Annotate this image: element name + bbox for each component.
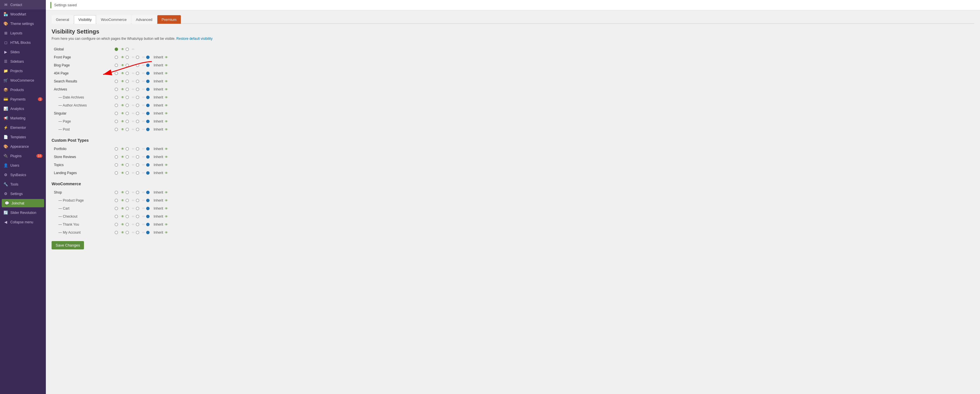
radio-show[interactable] <box>115 112 118 115</box>
sidebar-item-slider-revolution[interactable]: 🔄 Slider Revolution <box>0 208 46 217</box>
radio-show[interactable] <box>115 87 118 91</box>
radio-inherit[interactable] <box>146 155 150 159</box>
radio-opt2[interactable] <box>136 56 139 59</box>
radio-opt2[interactable] <box>136 199 139 202</box>
radio-inherit[interactable] <box>146 215 150 218</box>
radio-hide[interactable] <box>126 163 129 167</box>
sidebar-item-products[interactable]: 📦 Products <box>0 85 46 94</box>
sidebar-item-appearance[interactable]: 🎨 Appearance <box>0 142 46 151</box>
radio-inherit[interactable] <box>146 87 150 91</box>
radio-inherit[interactable] <box>146 147 150 151</box>
radio-show[interactable] <box>115 199 118 202</box>
radio-show[interactable] <box>115 155 118 159</box>
radio-hide[interactable] <box>126 95 129 99</box>
radio-inherit[interactable] <box>146 64 150 67</box>
radio-show[interactable] <box>115 71 118 75</box>
radio-show[interactable] <box>115 215 118 218</box>
radio-show[interactable] <box>115 147 118 151</box>
tab-general[interactable]: General <box>52 15 73 24</box>
radio-hide[interactable] <box>126 104 129 107</box>
radio-opt2[interactable] <box>136 120 139 123</box>
sidebar-item-woocommerce[interactable]: 🛒 WooCommerce <box>0 76 46 85</box>
sidebar-item-layouts[interactable]: ⊞ Layouts <box>0 29 46 38</box>
sidebar-item-tools[interactable]: 🔧 Tools <box>0 180 46 189</box>
radio-opt2[interactable] <box>136 163 139 167</box>
radio-show[interactable] <box>115 163 118 167</box>
sidebar-item-settings[interactable]: ⚙ Settings <box>0 189 46 199</box>
radio-inherit[interactable] <box>146 56 150 59</box>
radio-hide[interactable] <box>126 155 129 159</box>
radio-opt2[interactable] <box>136 155 139 159</box>
tab-advanced[interactable]: Advanced <box>132 15 157 24</box>
sidebar-item-templates[interactable]: 📄 Templates <box>0 132 46 142</box>
radio-opt2[interactable] <box>136 64 139 67</box>
radio-inherit[interactable] <box>146 112 150 115</box>
radio-show[interactable] <box>115 79 118 83</box>
radio-opt2[interactable] <box>136 104 139 107</box>
radio-opt2[interactable] <box>136 191 139 194</box>
sidebar-item-users[interactable]: 👤 Users <box>0 160 46 170</box>
sidebar-item-plugins[interactable]: 🔌 Plugins 14 <box>0 151 46 160</box>
radio-opt2[interactable] <box>136 112 139 115</box>
radio-hide[interactable] <box>126 223 129 226</box>
radio-inherit[interactable] <box>146 128 150 131</box>
radio-hide[interactable] <box>126 56 129 59</box>
radio-hide[interactable] <box>126 215 129 218</box>
sidebar-item-projects[interactable]: 📁 Projects <box>0 66 46 76</box>
sidebar-item-payments[interactable]: 💳 Payments 1 <box>0 94 46 104</box>
radio-opt2[interactable] <box>136 71 139 75</box>
sidebar-item-sysbasics[interactable]: ⚙ SysBasics <box>0 170 46 180</box>
radio-inherit[interactable] <box>146 223 150 226</box>
radio-hide[interactable] <box>126 171 129 175</box>
radio-opt2[interactable] <box>136 147 139 151</box>
radio-hide[interactable] <box>126 231 129 234</box>
radio-hide[interactable] <box>126 87 129 91</box>
radio-opt2[interactable] <box>136 223 139 226</box>
sidebar-item-theme-settings[interactable]: 🎨 Theme settings <box>0 19 46 29</box>
sidebar-item-html-blocks[interactable]: ◻ HTML Blocks <box>0 38 46 47</box>
radio-hide[interactable] <box>126 128 129 131</box>
sidebar-item-analytics[interactable]: 📊 Analytics <box>0 104 46 113</box>
radio-inherit[interactable] <box>146 79 150 83</box>
radio-hide[interactable] <box>126 71 129 75</box>
radio-hide[interactable] <box>126 48 129 51</box>
radio-inherit[interactable] <box>146 231 150 234</box>
sidebar-item-woodmart[interactable]: 🏪 WoodMart <box>0 10 46 19</box>
radio-show[interactable] <box>115 56 118 59</box>
tab-visibility[interactable]: Visibility <box>74 15 96 24</box>
sidebar-item-marketing[interactable]: 📢 Marketing <box>0 113 46 123</box>
radio-inherit[interactable] <box>146 199 150 202</box>
radio-show[interactable] <box>115 95 118 99</box>
radio-inherit[interactable] <box>146 120 150 123</box>
sidebar-item-contact[interactable]: ✉ Contact <box>0 0 46 10</box>
radio-hide[interactable] <box>126 112 129 115</box>
radio-show[interactable] <box>115 104 118 107</box>
radio-opt2[interactable] <box>136 87 139 91</box>
tab-woocommerce[interactable]: WooCommerce <box>97 15 131 24</box>
radio-show[interactable] <box>115 128 118 131</box>
radio-show[interactable] <box>115 231 118 234</box>
radio-opt2[interactable] <box>136 207 139 210</box>
restore-default-link[interactable]: Restore default visibility <box>177 37 213 41</box>
radio-show[interactable] <box>115 207 118 210</box>
radio-opt2[interactable] <box>136 95 139 99</box>
radio-inherit[interactable] <box>146 191 150 194</box>
radio-opt2[interactable] <box>136 128 139 131</box>
radio-opt2[interactable] <box>136 171 139 175</box>
radio-hide[interactable] <box>126 191 129 194</box>
radio-inherit[interactable] <box>146 71 150 75</box>
sidebar-item-joinchat[interactable]: 💬 Joinchat <box>2 199 44 207</box>
radio-hide[interactable] <box>126 120 129 123</box>
radio-inherit[interactable] <box>146 171 150 175</box>
radio-opt2[interactable] <box>136 231 139 234</box>
radio-hide[interactable] <box>126 207 129 210</box>
radio-hide[interactable] <box>126 147 129 151</box>
tab-premium[interactable]: Premium <box>158 15 181 24</box>
radio-inherit[interactable] <box>146 163 150 167</box>
sidebar-item-slides[interactable]: ▶ Slides <box>0 47 46 57</box>
radio-hide[interactable] <box>126 79 129 83</box>
radio-opt2[interactable] <box>136 79 139 83</box>
radio-show[interactable] <box>115 48 118 51</box>
sidebar-item-collapse-menu[interactable]: ◀ Collapse menu <box>0 217 46 227</box>
radio-hide[interactable] <box>126 199 129 202</box>
